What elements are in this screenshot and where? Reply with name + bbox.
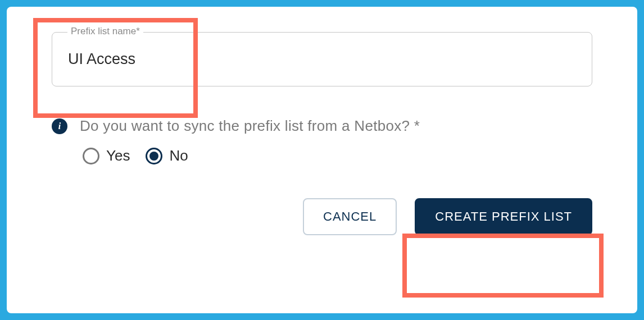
prefix-name-label: Prefix list name*	[67, 26, 143, 37]
radio-no-dot	[149, 152, 158, 161]
radio-yes[interactable]: Yes	[83, 147, 130, 164]
prefix-name-field-wrap: Prefix list name*	[52, 32, 592, 86]
highlight-create-button	[402, 234, 604, 298]
radio-no-label: No	[169, 147, 188, 164]
cancel-button[interactable]: CANCEL	[303, 198, 397, 235]
radio-no[interactable]: No	[146, 147, 188, 164]
sync-question-row: i Do you want to sync the prefix list fr…	[52, 117, 592, 135]
radio-yes-indicator	[83, 148, 99, 164]
button-row: CANCEL CREATE PREFIX LIST	[52, 198, 592, 235]
prefix-name-input[interactable]	[52, 32, 592, 86]
create-prefix-list-button[interactable]: CREATE PREFIX LIST	[415, 198, 592, 235]
info-icon[interactable]: i	[52, 118, 67, 134]
radio-yes-label: Yes	[106, 147, 130, 164]
radio-no-indicator	[146, 148, 162, 164]
sync-question-text: Do you want to sync the prefix list from…	[80, 117, 420, 135]
dialog-panel: Prefix list name* i Do you want to sync …	[7, 7, 637, 313]
radio-group: Yes No	[83, 147, 592, 164]
